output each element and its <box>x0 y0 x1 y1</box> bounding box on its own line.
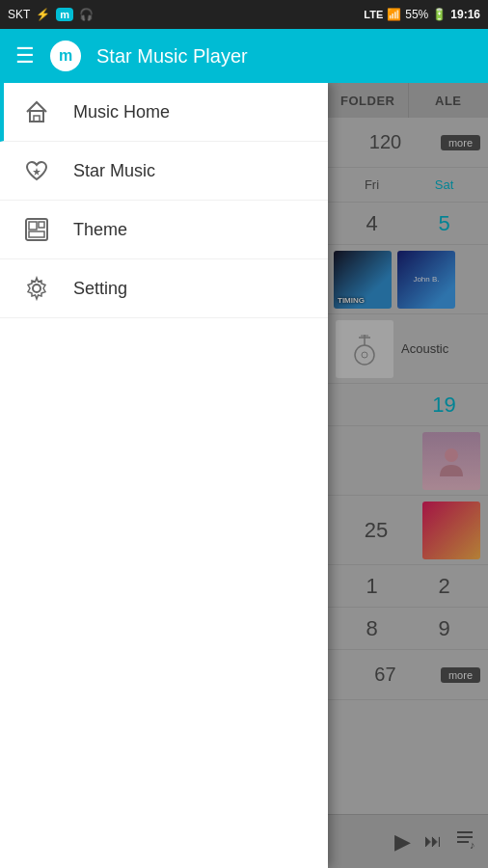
nav-item-theme[interactable]: Theme <box>0 201 328 259</box>
nav-item-music-home[interactable]: Music Home <box>0 83 328 142</box>
house-icon <box>23 98 50 125</box>
nav-label-star-music: Star Music <box>73 161 155 181</box>
drawer-overlay[interactable] <box>328 83 488 868</box>
settings-icon <box>23 275 50 302</box>
battery-text: 55% <box>405 8 428 21</box>
theme-icon <box>23 216 50 243</box>
heart-star-icon <box>23 157 50 184</box>
hamburger-icon[interactable]: ☰ <box>15 43 35 68</box>
drawer: Music Home Star Music Them <box>0 83 328 868</box>
svg-marker-2 <box>33 168 41 176</box>
status-bar: SKT ⚡ m 🎧 LTE 📶 55% 🔋 19:16 <box>0 0 488 29</box>
nav-item-star-music[interactable]: Star Music <box>0 142 328 201</box>
svg-rect-4 <box>29 222 37 230</box>
m-app-icon: m <box>56 8 73 21</box>
carrier-text: SKT <box>8 8 30 21</box>
signal-icon: 📶 <box>387 8 401 21</box>
usb-icon: ⚡ <box>36 8 50 21</box>
main-layout: Music Home Star Music Them <box>0 83 488 868</box>
nav-item-setting[interactable]: Setting <box>0 259 328 318</box>
svg-rect-5 <box>39 222 44 228</box>
app-title: Star Music Player <box>96 45 248 68</box>
status-left: SKT ⚡ m 🎧 <box>8 8 94 21</box>
headphone-icon: 🎧 <box>79 8 94 21</box>
nav-label-music-home: Music Home <box>73 102 170 122</box>
battery-icon: 🔋 <box>432 8 447 21</box>
svg-rect-6 <box>29 231 44 237</box>
nav-label-theme: Theme <box>73 220 127 240</box>
app-logo: m <box>50 41 81 71</box>
svg-point-7 <box>33 285 41 292</box>
nav-label-setting: Setting <box>73 279 127 299</box>
lte-text: LTE <box>364 9 383 20</box>
status-right: LTE 📶 55% 🔋 19:16 <box>364 8 480 21</box>
app-bar: ☰ m Star Music Player <box>0 29 488 83</box>
clock: 19:16 <box>450 8 480 21</box>
